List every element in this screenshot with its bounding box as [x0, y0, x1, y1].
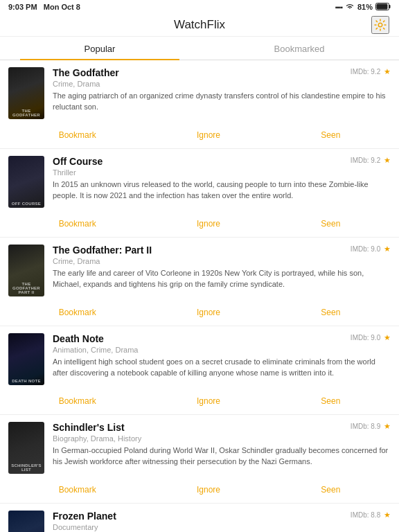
tabs-container: Popular Bookmarked: [0, 37, 399, 60]
poster-overlay: [8, 511, 44, 532]
imdb-star: ★: [384, 245, 391, 254]
movie-poster-offcourse: Off Course: [8, 156, 44, 208]
ignore-button-offcourse[interactable]: Ignore: [191, 218, 226, 230]
movie-actions-offcourse: Bookmark Ignore Seen: [0, 212, 399, 237]
signal-icon: ▪▪▪▪: [335, 3, 342, 11]
ignore-button-godfather[interactable]: Ignore: [191, 129, 226, 141]
status-time-date: 9:03 PM Mon Oct 8: [8, 3, 80, 11]
movie-top-deathnote: Death Note Death Note IMDb: 9.0 ★ Animat…: [0, 326, 399, 389]
movie-actions-godfather: Bookmark Ignore Seen: [0, 123, 399, 148]
movie-genre-godfather: Crime, Drama: [53, 80, 391, 88]
movie-title-deathnote: Death Note: [53, 333, 104, 344]
status-icons: ▪▪▪▪ 81%: [335, 3, 391, 12]
poster-text: Schindler's List: [10, 463, 43, 472]
movie-desc-deathnote: An intelligent high school student goes …: [53, 357, 391, 379]
wifi-icon: [345, 3, 355, 11]
bookmark-button-godfather2[interactable]: Bookmark: [53, 306, 102, 319]
svg-rect-1: [389, 5, 391, 8]
movie-poster-frozenplanet: frozen planet: [8, 511, 44, 532]
movie-info-deathnote: Death Note IMDb: 9.0 ★ Animation, Crime,…: [53, 333, 391, 385]
movie-info-header: Death Note IMDb: 9.0 ★: [53, 333, 391, 344]
imdb-badge-deathnote: IMDb: 9.0 ★: [351, 333, 391, 342]
movie-actions-godfather2: Bookmark Ignore Seen: [0, 301, 399, 326]
movie-info-frozenplanet: Frozen Planet IMDb: 8.8 ★ Documentary Fo…: [53, 511, 391, 532]
imdb-badge-frozenplanet: IMDb: 8.8 ★: [351, 511, 391, 520]
poster-text: Off Course: [10, 202, 43, 206]
movie-poster-godfather: The Godfather: [8, 67, 44, 119]
movie-info-header: Off Course IMDb: 9.2 ★: [53, 156, 391, 167]
movie-card-deathnote: Death Note Death Note IMDb: 9.0 ★ Animat…: [0, 326, 399, 415]
movie-desc-schindler: In German-occupied Poland during World W…: [53, 445, 391, 468]
movie-info-header: The Godfather IMDb: 9.2 ★: [53, 67, 391, 78]
imdb-star: ★: [384, 422, 391, 431]
movie-card-godfather2: The Godfather Part II The Godfather: Par…: [0, 238, 399, 326]
bookmark-button-schindler[interactable]: Bookmark: [53, 484, 102, 496]
movie-desc-godfather: The aging patriarch of an organized crim…: [53, 91, 391, 113]
bookmark-button-godfather[interactable]: Bookmark: [53, 129, 102, 141]
tab-popular[interactable]: Popular: [0, 37, 200, 60]
movie-info-offcourse: Off Course IMDb: 9.2 ★ Thriller In 2015 …: [53, 156, 391, 208]
movie-genre-frozenplanet: Documentary: [53, 523, 391, 531]
ignore-button-godfather2[interactable]: Ignore: [191, 306, 226, 319]
movie-card-schindler: Schindler's List Schindler's List IMDb: …: [0, 415, 399, 504]
seen-button-offcourse[interactable]: Seen: [315, 218, 346, 230]
svg-point-3: [378, 23, 382, 27]
imdb-star: ★: [384, 333, 391, 342]
movie-info-header: Schindler's List IMDb: 8.9 ★: [53, 422, 391, 433]
poster-overlay: [8, 333, 44, 385]
poster-overlay: [8, 156, 44, 208]
bookmark-button-offcourse[interactable]: Bookmark: [53, 218, 102, 230]
movie-poster-godfather2: The Godfather Part II: [8, 245, 44, 296]
ignore-button-schindler[interactable]: Ignore: [191, 484, 226, 496]
imdb-badge-offcourse: IMDb: 9.2 ★: [351, 156, 391, 165]
movie-top-godfather: The Godfather The Godfather IMDb: 9.2 ★ …: [0, 60, 399, 123]
battery-percentage: 81%: [357, 3, 373, 11]
movie-title-frozenplanet: Frozen Planet: [53, 511, 116, 522]
imdb-badge-godfather2: IMDb: 9.0 ★: [351, 245, 391, 254]
seen-button-schindler[interactable]: Seen: [315, 484, 346, 496]
movie-title-godfather: The Godfather: [53, 67, 119, 78]
movie-poster-deathnote: Death Note: [8, 333, 44, 385]
movie-poster-schindler: Schindler's List: [8, 422, 44, 474]
movie-genre-schindler: Biography, Drama, History: [53, 434, 391, 443]
ignore-button-deathnote[interactable]: Ignore: [191, 395, 226, 407]
settings-button[interactable]: [371, 16, 389, 34]
movie-card-frozenplanet: frozen planet Frozen Planet IMDb: 8.8 ★ …: [0, 504, 399, 532]
movie-info-godfather2: The Godfather: Part II IMDb: 9.0 ★ Crime…: [53, 245, 391, 296]
seen-button-godfather[interactable]: Seen: [315, 129, 346, 141]
movie-top-godfather2: The Godfather Part II The Godfather: Par…: [0, 238, 399, 301]
movie-top-schindler: Schindler's List Schindler's List IMDb: …: [0, 415, 399, 478]
poster-text: Death Note: [10, 379, 43, 383]
movie-list: The Godfather The Godfather IMDb: 9.2 ★ …: [0, 60, 399, 532]
imdb-badge-godfather: IMDb: 9.2 ★: [351, 67, 391, 76]
movie-info-header: Frozen Planet IMDb: 8.8 ★: [53, 511, 391, 522]
app-header: WatchFlix: [0, 14, 399, 37]
poster-text: The Godfather Part II: [10, 282, 43, 294]
svg-rect-2: [377, 3, 388, 9]
poster-text: The Godfather: [10, 109, 43, 117]
movie-info-schindler: Schindler's List IMDb: 8.9 ★ Biography, …: [53, 422, 391, 474]
movie-info-godfather: The Godfather IMDb: 9.2 ★ Crime, Drama T…: [53, 67, 391, 119]
movie-genre-offcourse: Thriller: [53, 168, 391, 177]
movie-desc-offcourse: In 2015 an unknown virus released to the…: [53, 179, 391, 202]
movie-actions-schindler: Bookmark Ignore Seen: [0, 478, 399, 503]
movie-top-offcourse: Off Course Off Course IMDb: 9.2 ★ Thrill…: [0, 149, 399, 212]
imdb-star: ★: [384, 156, 391, 165]
movie-desc-godfather2: The early life and career of Vito Corleo…: [53, 268, 391, 290]
movie-card-godfather: The Godfather The Godfather IMDb: 9.2 ★ …: [0, 60, 399, 149]
movie-title-offcourse: Off Course: [53, 156, 103, 167]
movie-title-godfather2: The Godfather: Part II: [53, 245, 152, 256]
imdb-star: ★: [384, 67, 391, 76]
movie-genre-deathnote: Animation, Crime, Drama: [53, 346, 391, 354]
movie-title-schindler: Schindler's List: [53, 422, 125, 433]
seen-button-deathnote[interactable]: Seen: [315, 395, 346, 407]
tab-bookmarked[interactable]: Bookmarked: [200, 37, 399, 60]
status-bar: 9:03 PM Mon Oct 8 ▪▪▪▪ 81%: [0, 0, 399, 14]
movie-actions-deathnote: Bookmark Ignore Seen: [0, 389, 399, 414]
battery-icon: [375, 3, 391, 12]
bookmark-button-deathnote[interactable]: Bookmark: [53, 395, 102, 407]
seen-button-godfather2[interactable]: Seen: [315, 306, 346, 319]
movie-card-offcourse: Off Course Off Course IMDb: 9.2 ★ Thrill…: [0, 149, 399, 238]
movie-top-frozenplanet: frozen planet Frozen Planet IMDb: 8.8 ★ …: [0, 504, 399, 532]
movie-genre-godfather2: Crime, Drama: [53, 257, 391, 265]
